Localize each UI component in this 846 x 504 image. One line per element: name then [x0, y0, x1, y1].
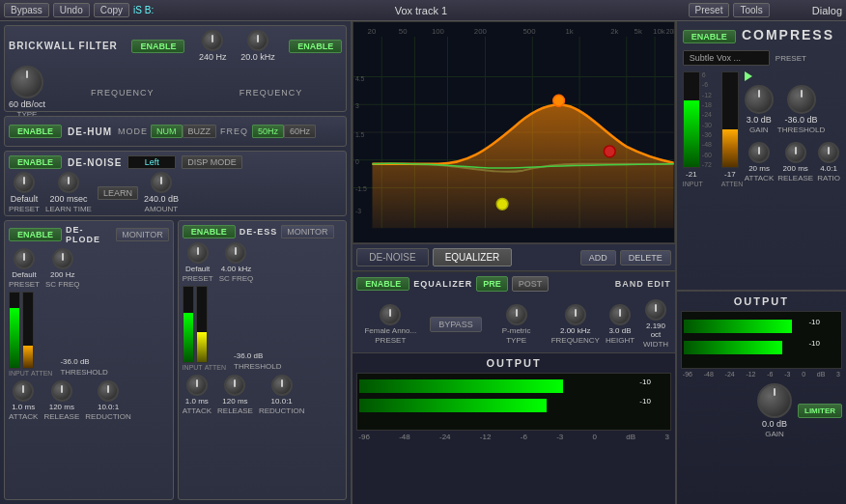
- denoise-learntime-knob[interactable]: [58, 172, 79, 193]
- deplode-scfreq-label: SC FREQ: [45, 280, 80, 289]
- deess-attack-label: ATTACK: [183, 406, 212, 415]
- denoise-amount-knob[interactable]: [151, 172, 172, 193]
- denoise-dispmode-button[interactable]: DISP MODE: [182, 155, 241, 169]
- dehum-num-button[interactable]: NUM: [151, 125, 183, 138]
- deess-preset-label: PRESET: [183, 274, 213, 283]
- brickwall-enable1-button[interactable]: ENABLE: [131, 40, 184, 53]
- eq-point-orange[interactable]: [553, 95, 565, 106]
- eq-bypass-button[interactable]: BYPASS: [430, 317, 481, 332]
- eq-delete-button[interactable]: DELETE: [620, 250, 671, 266]
- eq-post-button[interactable]: POST: [512, 276, 550, 292]
- lower-sections: ENABLE DE-PLODE MONITOR Default PRESET 2…: [4, 220, 347, 500]
- deess-threshold-value: -36.0 dB: [234, 351, 281, 360]
- deess-release-value: 120 ms: [222, 397, 247, 406]
- undo-button[interactable]: Undo: [53, 3, 90, 17]
- limiter-button[interactable]: LIMITER: [798, 404, 842, 418]
- dehum-60hz-button[interactable]: 60Hz: [284, 125, 316, 138]
- deess-scfreq-knob[interactable]: [225, 242, 246, 264]
- dehum-50hz-button[interactable]: 50Hz: [252, 125, 284, 138]
- band-edit-label: BAND EDIT: [615, 279, 671, 289]
- eq-enable-button[interactable]: ENABLE: [356, 277, 409, 291]
- svg-text:100: 100: [432, 27, 445, 36]
- svg-text:1k: 1k: [566, 27, 574, 36]
- eq-freq-label: FREQUENCY: [551, 336, 600, 345]
- deess-attack-value: 1.0 ms: [185, 397, 209, 406]
- denoise-tab-button[interactable]: DE-NOISE: [356, 248, 428, 266]
- denoise-amount-value: 240.0 dB: [144, 194, 179, 204]
- deess-release-knob[interactable]: [224, 375, 245, 396]
- deplode-attack-label: ATTACK: [9, 412, 38, 421]
- svg-text:10k: 10k: [653, 27, 665, 36]
- output-gain-label: GAIN: [765, 430, 784, 438]
- brickwall-enable2-button[interactable]: ENABLE: [289, 40, 342, 53]
- middle-panel: 20 50 100 200 500 1k 2k 5k 10k 20k 4.5 3…: [352, 21, 677, 504]
- eq-type-value: P-metric: [488, 326, 546, 335]
- denoise-learn-button[interactable]: LEARN: [98, 186, 138, 200]
- deess-monitor-button[interactable]: MONITOR: [281, 225, 333, 238]
- deplode-scfreq-knob[interactable]: [52, 248, 73, 269]
- tools-button[interactable]: Tools: [733, 3, 769, 17]
- output-gain-knob[interactable]: [757, 383, 792, 418]
- deplode-release-knob[interactable]: [51, 380, 72, 402]
- deess-preset-knob[interactable]: [187, 242, 209, 264]
- deplode-monitor-button[interactable]: MONITOR: [116, 228, 168, 241]
- svg-text:1.5: 1.5: [355, 131, 365, 138]
- equalizer-tab-button[interactable]: EQUALIZER: [433, 248, 513, 266]
- deplode-reduction-value: 10.0:1: [98, 403, 119, 411]
- eq-type-knob[interactable]: [506, 304, 527, 325]
- copy-button[interactable]: Copy: [94, 3, 129, 17]
- eq-width-label: WIDTH: [643, 340, 668, 349]
- denoise-enable-button[interactable]: ENABLE: [9, 155, 62, 169]
- compress-ratio-knob[interactable]: [818, 142, 839, 163]
- eq-display[interactable]: 20 50 100 200 500 1k 2k 5k 10k 20k 4.5 3…: [352, 21, 675, 243]
- eq-point-yellow[interactable]: [497, 198, 509, 210]
- eq-point-red[interactable]: [605, 146, 616, 157]
- bypass-button[interactable]: Bypass: [4, 3, 49, 17]
- svg-text:2k: 2k: [611, 27, 619, 36]
- deplode-reduction-knob[interactable]: [98, 380, 119, 402]
- deess-input-meter: [183, 286, 194, 363]
- compress-gain-knob[interactable]: [745, 85, 774, 114]
- compress-vu-container: 6 -6 -12 -18 -24 -30 -36 -48 -60 -72: [683, 71, 739, 187]
- compress-threshold-knob[interactable]: [787, 85, 816, 114]
- compress-attack-knob[interactable]: [748, 142, 770, 163]
- output-right-bar-bottom: [684, 341, 782, 354]
- svg-text:-1.5: -1.5: [355, 185, 367, 192]
- brickwall-type-knob[interactable]: [11, 66, 43, 98]
- compress-ratio-value: 4.0:1: [820, 164, 837, 173]
- eq-curve-svg: 20 50 100 200 500 1k 2k 5k 10k 20k 4.5 3…: [353, 22, 674, 242]
- preset-button[interactable]: Preset: [689, 3, 730, 17]
- eq-preset-label: PRESET: [375, 336, 406, 345]
- compress-threshold-value: -36.0 dB: [785, 115, 818, 125]
- compress-controls: 3.0 dB GAIN -36.0 dB THRESHOLD 20 ms: [745, 71, 840, 182]
- eq-preset-knob[interactable]: [380, 304, 401, 325]
- eq-pre-button[interactable]: PRE: [476, 276, 508, 292]
- deplode-attack-knob[interactable]: [13, 380, 34, 402]
- brickwall-freq1-value: 240 Hz: [199, 52, 227, 62]
- deplode-enable-button[interactable]: ENABLE: [9, 228, 62, 241]
- compress-enable-button[interactable]: ENABLE: [683, 30, 736, 43]
- denoise-preset-value: Default: [11, 194, 39, 204]
- dehum-buzz-button[interactable]: BUZZ: [183, 125, 217, 138]
- svg-text:4.5: 4.5: [355, 75, 365, 82]
- band-edit-section: Female Anno... PRESET BYPASS P-metric TY…: [352, 295, 675, 352]
- deess-reduction-knob[interactable]: [271, 375, 293, 396]
- top-bar: Bypass Undo Copy iS B: Vox track 1 Prese…: [0, 0, 846, 21]
- eq-width-knob[interactable]: [645, 299, 666, 321]
- compress-release-knob[interactable]: [785, 142, 806, 163]
- deess-enable-button[interactable]: ENABLE: [183, 225, 236, 238]
- eq-height-label: HEIGHT: [606, 336, 634, 345]
- deplode-preset-knob[interactable]: [14, 248, 35, 269]
- brickwall-freq2-knob[interactable]: [247, 30, 268, 51]
- deess-attack-knob[interactable]: [186, 375, 208, 396]
- brickwall-freq1-knob[interactable]: [202, 30, 223, 51]
- left-panel: BRICKWALL FILTER ENABLE 240 Hz 20.0 kHz …: [0, 21, 352, 504]
- denoise-preset-knob[interactable]: [14, 172, 35, 193]
- eq-freq-knob[interactable]: [565, 304, 586, 325]
- output-bar-top: [359, 379, 562, 393]
- compress-atten-vu: [721, 71, 739, 168]
- dehum-enable-button[interactable]: ENABLE: [9, 125, 62, 138]
- freq2-label: FREQUENCY: [200, 88, 343, 98]
- eq-add-button[interactable]: ADD: [580, 250, 616, 266]
- eq-height-knob[interactable]: [609, 304, 631, 325]
